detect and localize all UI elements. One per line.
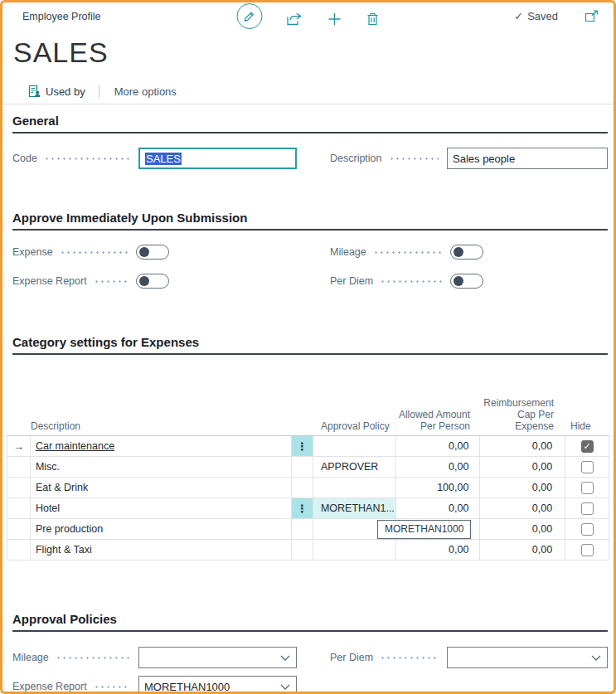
used-by-label: Used by (46, 85, 85, 98)
toggle-knob (454, 276, 463, 286)
approve-toggles: Expense Mileage Expense Report Per Diem (12, 231, 608, 289)
expense-report-toggle-row: Expense Report (12, 274, 169, 289)
cell-description[interactable]: Eat & Drink (31, 478, 292, 497)
used-by-button[interactable]: Used by (28, 85, 85, 98)
approval-policy-tooltip: MORETHAN1000 (377, 520, 471, 539)
hide-checkbox[interactable]: ✓ (581, 482, 594, 494)
section-categories-heading[interactable]: Category settings for Expenses (12, 332, 608, 355)
cell-reimbursement-cap[interactable]: 0,00 (480, 540, 565, 560)
share-icon[interactable] (284, 7, 303, 26)
cell-hide: ✓ (565, 457, 609, 477)
cell-reimbursement-cap[interactable]: 0,00 (480, 457, 565, 477)
expense-label: Expense (12, 246, 53, 258)
row-selector[interactable] (7, 478, 31, 497)
check-icon: ✓ (514, 10, 523, 22)
cell-description-text: Pre production (36, 523, 103, 535)
hide-checkbox[interactable]: ✓ (581, 440, 594, 453)
cell-allowed-amount[interactable]: 0,00 (396, 457, 481, 477)
plus-icon[interactable] (326, 7, 342, 26)
row-selector[interactable] (7, 498, 31, 518)
cell-reimbursement-cap[interactable]: 0,00 (480, 478, 565, 497)
policies-fields: Mileage Expense Report MORETHAN1000 (12, 632, 608, 694)
expense-report-label: Expense Report (12, 275, 87, 287)
col-allowed-amount[interactable]: Allowed Amount Per Person (396, 409, 481, 432)
col-hide[interactable]: Hide (566, 420, 609, 432)
mileage-policy-row: Mileage (12, 647, 297, 668)
table-header-row: Description Approval Policy Allowed Amou… (7, 408, 609, 436)
toggle-knob (454, 247, 463, 257)
cell-description-text: Misc. (36, 461, 60, 473)
cell-menu: ⋮ (292, 498, 313, 518)
mileage-policy-dropdown[interactable] (138, 647, 297, 668)
col-reimb-line2: Cap Per Expense (515, 409, 554, 432)
cell-description-text: Flight & Taxi (36, 544, 92, 556)
col-description[interactable]: Description (7, 420, 292, 432)
col-approval-policy[interactable]: Approval Policy (313, 420, 396, 432)
cell-hide: ✓ (565, 498, 609, 518)
row-selector[interactable] (7, 519, 31, 539)
page-content: General Code SALES Description Sales peo… (2, 111, 614, 694)
row-selector[interactable] (7, 457, 31, 477)
cell-description[interactable]: Pre production (31, 519, 292, 539)
save-status: ✓ Saved (514, 10, 558, 22)
cell-description[interactable]: Misc. (31, 457, 292, 477)
dotted-leader (56, 652, 130, 663)
cell-description[interactable]: Hotel (31, 498, 292, 518)
dotted-leader (380, 652, 439, 663)
section-general-heading[interactable]: General (12, 111, 608, 133)
table-row-flight-taxi: Flight & Taxi 0,00 0,00 ✓ (7, 540, 609, 561)
cell-allowed-amount[interactable]: 0,00 (396, 436, 481, 456)
cell-reimbursement-cap[interactable]: 0,00 (480, 436, 565, 456)
cell-reimbursement-cap[interactable]: 0,00 (480, 498, 565, 518)
section-approve-heading[interactable]: Approve Immediately Upon Submission (12, 208, 608, 231)
row-selector[interactable] (7, 540, 31, 560)
col-reimbursement-cap[interactable]: Reimbursement Cap Per Expense (481, 397, 566, 432)
section-policies-heading[interactable]: Approval Policies (12, 609, 608, 632)
expense-report-toggle[interactable] (136, 274, 169, 289)
cell-allowed-amount[interactable]: 0,00 (396, 540, 481, 560)
cell-menu (292, 540, 313, 560)
cell-reimbursement-cap[interactable]: 0,00 (480, 519, 565, 539)
category-table: Description Approval Policy Allowed Amou… (7, 408, 609, 561)
mileage-toggle[interactable] (450, 245, 483, 260)
cell-hide: ✓ (565, 540, 609, 560)
edit-button[interactable] (236, 3, 262, 29)
expense-report-policy-value: MORETHAN1000 (144, 681, 230, 693)
expense-toggle[interactable] (136, 245, 169, 260)
cell-approval-policy[interactable] (313, 540, 396, 560)
cell-approval-policy[interactable] (313, 478, 396, 497)
cell-approval-policy[interactable] (313, 436, 396, 456)
expense-report-policy-row: Expense Report MORETHAN1000 (12, 676, 297, 694)
pencil-icon (243, 10, 256, 23)
hide-checkbox[interactable]: ✓ (581, 461, 594, 473)
command-icons (236, 3, 380, 29)
per-diem-toggle[interactable] (450, 274, 483, 289)
hide-checkbox[interactable]: ✓ (581, 502, 594, 515)
cell-allowed-amount[interactable]: 0,00 (396, 498, 481, 518)
cell-description[interactable]: Car maintenance (31, 436, 292, 456)
table-row-misc: Misc. APPROVER 0,00 0,00 ✓ (7, 457, 609, 478)
cell-hide: ✓ (565, 436, 609, 456)
expense-report-policy-dropdown[interactable]: MORETHAN1000 (138, 676, 297, 694)
per-diem-policy-dropdown[interactable] (447, 647, 608, 668)
cell-approval-policy-highlighted[interactable]: MORETHAN1... (313, 498, 396, 518)
code-input[interactable]: SALES (138, 148, 297, 169)
toggle-knob (139, 276, 149, 286)
row-ellipsis-button[interactable]: ⋮ (292, 436, 313, 456)
more-options-button[interactable]: More options (114, 85, 177, 98)
hide-checkbox[interactable]: ✓ (581, 523, 594, 536)
general-fields: Code SALES Description Sales people (12, 133, 608, 169)
cell-approval-policy[interactable]: APPROVER (313, 457, 396, 477)
code-value-selected: SALES (145, 153, 182, 165)
hide-checkbox[interactable]: ✓ (581, 544, 594, 556)
cell-allowed-amount[interactable]: 100,00 (396, 478, 481, 497)
top-command-bar: Employee Profile (2, 2, 614, 32)
action-bar: Used by More options (2, 79, 614, 104)
toggle-knob (139, 247, 149, 257)
per-diem-policy-label: Per Diem (330, 652, 373, 663)
row-ellipsis-button[interactable]: ⋮ (292, 498, 313, 518)
popout-icon[interactable] (583, 10, 600, 22)
cell-description[interactable]: Flight & Taxi (31, 540, 292, 560)
description-input[interactable]: Sales people (447, 148, 608, 169)
trash-icon[interactable] (365, 7, 380, 26)
